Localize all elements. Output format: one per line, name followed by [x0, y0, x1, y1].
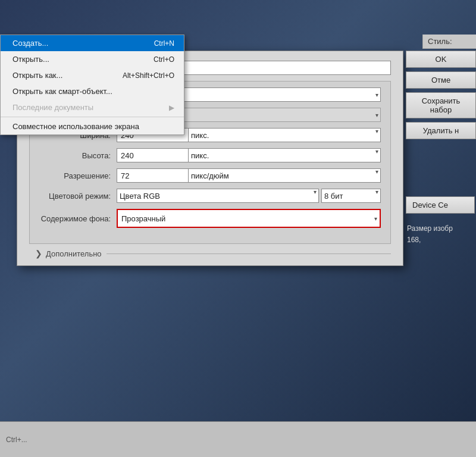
menu-new-label: Создать... — [12, 39, 48, 48]
bottom-status-bar: Ctrl+... — [0, 421, 476, 457]
color-mode-row: Цветовой режим: Цвета RGB Оттенки серого… — [39, 189, 381, 203]
dropdown-separator — [1, 117, 184, 117]
advanced-divider — [107, 253, 391, 254]
color-mode-select[interactable]: Цвета RGB Оттенки серого CMYK Lab — [117, 189, 319, 203]
size-info-value: 168, — [407, 234, 453, 246]
height-label: Высота: — [39, 151, 117, 160]
bit-depth-wrapper: 8 бит 16 бит 32 бит ▾ — [321, 189, 381, 203]
menu-share-screen[interactable]: Совместное использование экрана — [1, 118, 184, 134]
resolution-input[interactable] — [117, 168, 188, 183]
menu-recent-label: Последние документы — [12, 103, 93, 112]
menu-share-screen-label: Совместное использование экрана — [12, 122, 139, 131]
size-info-panel: Размер изобр 168, — [407, 223, 453, 246]
width-unit-select[interactable]: пикс. дюйм см мм — [188, 128, 381, 142]
menu-open-as-shortcut: Alt+Shift+Ctrl+O — [123, 71, 174, 80]
delete-preset-button[interactable]: Удалить н — [406, 122, 476, 139]
bit-depth-select[interactable]: 8 бит 16 бит 32 бит — [321, 189, 381, 203]
size-info-label: Размер изобр — [407, 223, 453, 234]
menu-open-smart[interactable]: Открыть как смарт-объект... — [1, 83, 184, 99]
height-unit-select[interactable]: пикс. дюйм см мм — [188, 148, 381, 162]
resolution-row: Разрешение: пикс/дюйм пикс/см ▾ — [39, 168, 381, 183]
menu-open-label: Открыть... — [12, 55, 49, 64]
height-row: Высота: пикс. дюйм см мм ▾ — [39, 148, 381, 162]
color-mode-label: Цветовой режим: — [39, 192, 117, 201]
bg-content-select[interactable]: Прозрачный Белый Цвет фона Цвет переднег… — [119, 211, 378, 226]
resolution-input-group: пикс/дюйм пикс/см ▾ — [117, 168, 381, 183]
cancel-button[interactable]: Отме — [406, 71, 476, 89]
menu-open[interactable]: Открыть... Ctrl+O — [1, 51, 184, 67]
file-dropdown-menu: Создать... Ctrl+N Открыть... Ctrl+O Откр… — [0, 35, 184, 135]
resolution-label: Разрешение: — [39, 171, 117, 180]
style-panel: Стиль: — [422, 35, 476, 49]
advanced-toggle-icon[interactable]: ❯ — [35, 249, 42, 258]
height-unit-wrapper: пикс. дюйм см мм ▾ — [188, 148, 381, 162]
bottom-bar-text: Ctrl+... — [6, 436, 27, 444]
menu-recent-arrow: ▶ — [169, 104, 174, 112]
menu-recent: Последние документы ▶ — [1, 99, 184, 115]
advanced-row: ❯ Дополнительно — [29, 249, 391, 258]
bg-content-select-wrapper: Прозрачный Белый Цвет фона Цвет переднег… — [117, 209, 381, 228]
resolution-unit-wrapper: пикс/дюйм пикс/см ▾ — [188, 168, 381, 183]
resolution-unit-select[interactable]: пикс/дюйм пикс/см — [188, 168, 381, 183]
menu-open-as[interactable]: Открыть как... Alt+Shift+Ctrl+O — [1, 67, 184, 83]
height-input-group: пикс. дюйм см мм ▾ — [117, 148, 381, 162]
device-central-area: Device Ce — [406, 184, 475, 214]
menu-new-shortcut: Ctrl+N — [154, 39, 174, 48]
bg-content-label: Содержимое фона: — [39, 214, 117, 223]
height-input[interactable] — [117, 148, 188, 162]
save-preset-button[interactable]: Сохранить набор — [406, 92, 476, 118]
menu-open-as-label: Открыть как... — [12, 71, 62, 80]
color-mode-group: Цвета RGB Оттенки серого CMYK Lab ▾ 8 би… — [117, 189, 381, 203]
ok-button[interactable]: OK — [406, 51, 476, 68]
width-unit-wrapper: пикс. дюйм см мм ▾ — [188, 128, 381, 142]
bg-content-row: Содержимое фона: Прозрачный Белый Цвет ф… — [39, 209, 381, 228]
color-mode-select-wrapper: Цвета RGB Оттенки серого CMYK Lab ▾ — [117, 189, 319, 203]
menu-open-shortcut: Ctrl+O — [154, 55, 174, 64]
menu-open-smart-label: Открыть как смарт-объект... — [12, 87, 112, 96]
menu-new[interactable]: Создать... Ctrl+N — [1, 35, 184, 51]
advanced-label: Дополнительно — [46, 249, 102, 258]
device-central-button[interactable]: Device Ce — [406, 196, 475, 214]
dialog-right-panel: OK Отме Сохранить набор Удалить н — [406, 51, 476, 139]
style-label: Стиль: — [428, 37, 452, 46]
